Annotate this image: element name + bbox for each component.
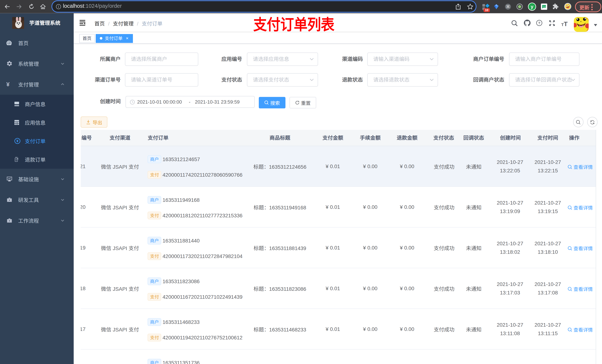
svg-text:?: ? xyxy=(538,21,540,25)
svg-text:¥: ¥ xyxy=(16,139,19,143)
svg-text:⌘: ⌘ xyxy=(506,5,510,9)
svg-text:y: y xyxy=(531,4,534,10)
